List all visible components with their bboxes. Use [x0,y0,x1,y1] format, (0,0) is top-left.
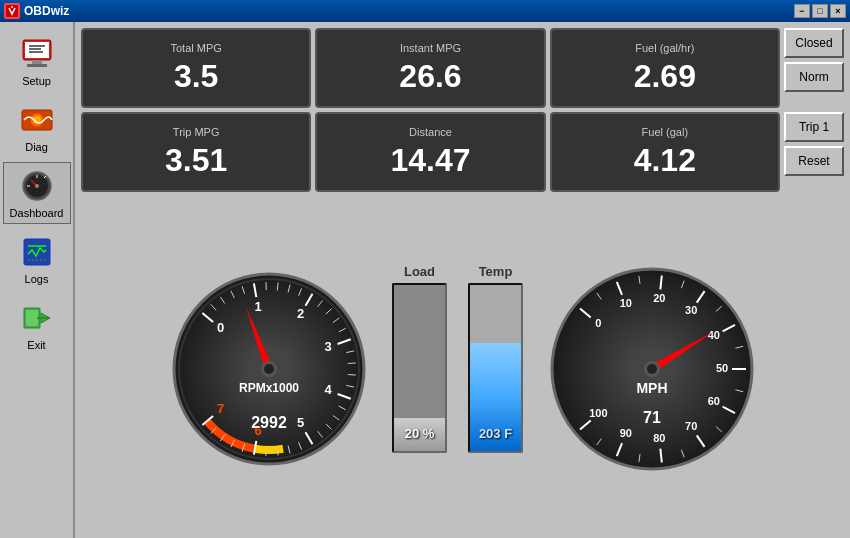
speed-gauge [537,254,767,474]
load-label: Load [404,264,435,279]
total-mpg-box: Total MPG 3.5 [81,28,311,108]
fuel-gal-box: Fuel (gal) 4.12 [550,112,780,192]
trip1-button[interactable]: Trip 1 [784,112,844,142]
load-gauge: Load 20 % [385,264,455,453]
sidebar-item-logs[interactable]: Logs [3,228,71,290]
sidebar-item-dashboard[interactable]: Dashboard [3,162,71,224]
speed-gauge-container [537,254,767,474]
diag-label: Diag [25,141,48,153]
logs-icon [18,233,56,271]
bottom-metrics: Trip MPG 3.51 Distance 14.47 Fuel (gal) … [81,112,780,192]
bottom-metrics-row: Trip MPG 3.51 Distance 14.47 Fuel (gal) … [81,112,844,192]
load-track: 20 % [392,283,447,453]
temp-value: 203 F [470,426,521,441]
total-mpg-value: 3.5 [174,58,218,95]
exit-icon [18,299,56,337]
temp-gauge: Temp 203 F [461,264,531,453]
fuel-hr-box: Fuel (gal/hr) 2.69 [550,28,780,108]
setup-label: Setup [22,75,51,87]
instant-mpg-box: Instant MPG 26.6 [315,28,545,108]
title-bar: OBDwiz − □ × [0,0,850,22]
dashboard-label: Dashboard [10,207,64,219]
reset-button[interactable]: Reset [784,146,844,176]
fuel-gal-label: Fuel (gal) [642,126,688,138]
fuel-gal-value: 4.12 [634,142,696,179]
bar-gauges: Load 20 % Temp 203 F [385,254,531,474]
svg-point-1 [11,6,13,8]
exit-label: Exit [27,339,45,351]
dashboard-icon [18,167,56,205]
dashboard-area: Load 20 % Temp 203 F [81,196,844,532]
top-metrics: Total MPG 3.5 Instant MPG 26.6 Fuel (gal… [81,28,780,108]
temp-track: 203 F [468,283,523,453]
close-button[interactable]: × [830,4,846,18]
sidebar-item-setup[interactable]: Setup [3,30,71,92]
content-area: Total MPG 3.5 Instant MPG 26.6 Fuel (gal… [75,22,850,538]
app-title: OBDwiz [24,4,794,18]
norm-button[interactable]: Norm [784,62,844,92]
right-buttons-top: Closed Norm [784,28,844,108]
app-icon [4,3,20,19]
svg-rect-3 [25,42,49,58]
right-buttons-bottom: Trip 1 Reset [784,112,844,192]
trip-mpg-label: Trip MPG [173,126,220,138]
svg-rect-19 [24,239,50,265]
fuel-hr-label: Fuel (gal/hr) [635,42,694,54]
instant-mpg-value: 26.6 [399,58,461,95]
sidebar: Setup Diag [0,22,75,538]
total-mpg-label: Total MPG [170,42,221,54]
trip-mpg-box: Trip MPG 3.51 [81,112,311,192]
top-metrics-row: Total MPG 3.5 Instant MPG 26.6 Fuel (gal… [81,28,844,108]
instant-mpg-label: Instant MPG [400,42,461,54]
distance-box: Distance 14.47 [315,112,545,192]
svg-rect-7 [32,60,42,64]
sidebar-item-exit[interactable]: Exit [3,294,71,356]
fuel-hr-value: 2.69 [634,58,696,95]
temp-label: Temp [479,264,513,279]
window-controls: − □ × [794,4,846,18]
svg-rect-23 [26,310,38,326]
main-container: Setup Diag [0,22,850,538]
distance-label: Distance [409,126,452,138]
distance-value: 14.47 [390,142,470,179]
closed-button[interactable]: Closed [784,28,844,58]
setup-icon [18,35,56,73]
trip-mpg-value: 3.51 [165,142,227,179]
load-value: 20 % [394,426,445,441]
logs-label: Logs [25,273,49,285]
svg-rect-8 [27,64,47,67]
rpm-gauge [159,254,379,474]
diag-icon [18,101,56,139]
minimize-button[interactable]: − [794,4,810,18]
sidebar-item-diag[interactable]: Diag [3,96,71,158]
svg-point-18 [35,184,39,188]
rpm-gauge-container [159,254,379,474]
maximize-button[interactable]: □ [812,4,828,18]
